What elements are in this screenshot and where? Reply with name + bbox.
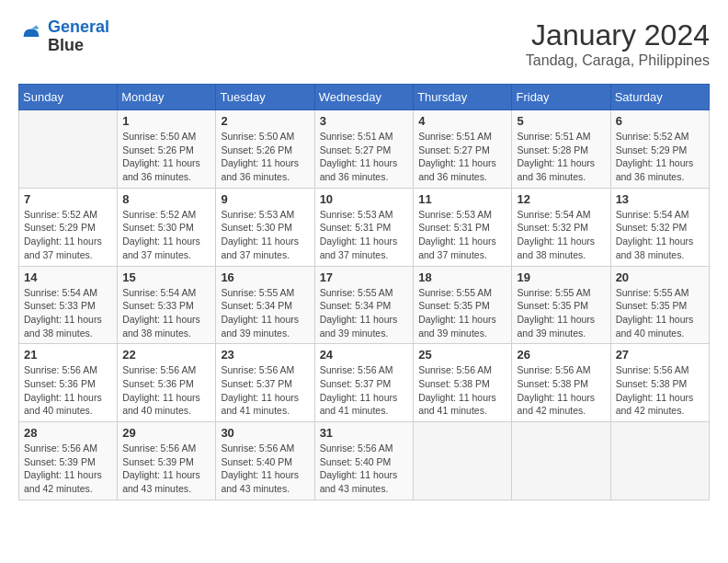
day-info: Sunrise: 5:52 AMSunset: 5:29 PMDaylight:…: [616, 130, 704, 184]
table-row: 5Sunrise: 5:51 AMSunset: 5:28 PMDaylight…: [512, 110, 610, 189]
day-info: Sunrise: 5:56 AMSunset: 5:36 PMDaylight:…: [24, 363, 112, 418]
day-info: Sunrise: 5:55 AMSunset: 5:35 PMDaylight:…: [517, 286, 605, 340]
day-info: Sunrise: 5:56 AMSunset: 5:37 PMDaylight:…: [221, 363, 309, 418]
day-info: Sunrise: 5:54 AMSunset: 5:33 PMDaylight:…: [24, 286, 112, 340]
title-block: January 2024 Tandag, Caraga, Philippines: [526, 18, 710, 69]
day-number: 12: [517, 192, 605, 206]
day-number: 16: [221, 270, 309, 284]
day-info: Sunrise: 5:55 AMSunset: 5:35 PMDaylight:…: [616, 286, 704, 340]
day-info: Sunrise: 5:56 AMSunset: 5:38 PMDaylight:…: [418, 363, 506, 418]
header-monday: Monday: [118, 85, 216, 110]
day-number: 2: [221, 114, 309, 128]
calendar-table: Sunday Monday Tuesday Wednesday Thursday…: [18, 84, 710, 500]
day-info: Sunrise: 5:53 AMSunset: 5:31 PMDaylight:…: [320, 208, 409, 262]
day-number: 14: [24, 270, 112, 284]
day-number: 21: [24, 348, 112, 362]
day-number: 25: [418, 348, 506, 362]
day-number: 26: [517, 348, 605, 362]
day-info: Sunrise: 5:51 AMSunset: 5:28 PMDaylight:…: [517, 130, 605, 184]
day-info: Sunrise: 5:50 AMSunset: 5:26 PMDaylight:…: [122, 130, 210, 184]
table-row: 4Sunrise: 5:51 AMSunset: 5:27 PMDaylight…: [414, 110, 512, 189]
table-row: 11Sunrise: 5:53 AMSunset: 5:31 PMDayligh…: [414, 188, 512, 266]
logo-icon: [18, 24, 44, 50]
day-number: 31: [320, 426, 409, 440]
table-row: 27Sunrise: 5:56 AMSunset: 5:38 PMDayligh…: [610, 344, 709, 422]
day-number: 8: [122, 192, 210, 206]
day-number: 1: [122, 114, 210, 128]
day-number: 15: [122, 270, 210, 284]
table-row: 6Sunrise: 5:52 AMSunset: 5:29 PMDaylight…: [610, 110, 709, 189]
logo-text: General Blue: [48, 18, 109, 55]
day-number: 28: [24, 426, 112, 440]
table-row: [19, 110, 118, 189]
day-number: 18: [418, 270, 506, 284]
day-number: 6: [616, 114, 704, 128]
day-number: 10: [320, 192, 409, 206]
calendar-week-row: 1Sunrise: 5:50 AMSunset: 5:26 PMDaylight…: [19, 110, 710, 189]
table-row: 12Sunrise: 5:54 AMSunset: 5:32 PMDayligh…: [512, 188, 610, 266]
table-row: [610, 422, 709, 500]
table-row: 25Sunrise: 5:56 AMSunset: 5:38 PMDayligh…: [414, 344, 512, 422]
table-row: 24Sunrise: 5:56 AMSunset: 5:37 PMDayligh…: [314, 344, 414, 422]
table-row: 28Sunrise: 5:56 AMSunset: 5:39 PMDayligh…: [19, 422, 118, 500]
day-number: 20: [616, 270, 704, 284]
day-number: 4: [418, 114, 506, 128]
day-info: Sunrise: 5:56 AMSunset: 5:36 PMDaylight:…: [122, 363, 210, 418]
calendar-title: January 2024: [526, 18, 710, 52]
calendar-week-row: 28Sunrise: 5:56 AMSunset: 5:39 PMDayligh…: [19, 422, 710, 500]
table-row: 31Sunrise: 5:56 AMSunset: 5:40 PMDayligh…: [314, 422, 414, 500]
day-info: Sunrise: 5:55 AMSunset: 5:35 PMDaylight:…: [418, 286, 506, 340]
table-row: 1Sunrise: 5:50 AMSunset: 5:26 PMDaylight…: [118, 110, 216, 189]
table-row: 21Sunrise: 5:56 AMSunset: 5:36 PMDayligh…: [19, 344, 118, 422]
day-number: 9: [221, 192, 309, 206]
day-number: 3: [320, 114, 409, 128]
calendar-week-row: 7Sunrise: 5:52 AMSunset: 5:29 PMDaylight…: [19, 188, 710, 266]
day-info: Sunrise: 5:56 AMSunset: 5:40 PMDaylight:…: [221, 442, 309, 496]
day-info: Sunrise: 5:54 AMSunset: 5:32 PMDaylight:…: [517, 208, 605, 262]
table-row: 9Sunrise: 5:53 AMSunset: 5:30 PMDaylight…: [216, 188, 314, 266]
table-row: 29Sunrise: 5:56 AMSunset: 5:39 PMDayligh…: [118, 422, 216, 500]
table-row: 8Sunrise: 5:52 AMSunset: 5:30 PMDaylight…: [118, 188, 216, 266]
day-number: 13: [616, 192, 704, 206]
logo: General Blue: [18, 18, 109, 55]
header-saturday: Saturday: [610, 85, 709, 110]
table-row: 7Sunrise: 5:52 AMSunset: 5:29 PMDaylight…: [19, 188, 118, 266]
day-number: 17: [320, 270, 409, 284]
header-sunday: Sunday: [19, 85, 118, 110]
table-row: 14Sunrise: 5:54 AMSunset: 5:33 PMDayligh…: [19, 266, 118, 344]
day-number: 5: [517, 114, 605, 128]
calendar-subtitle: Tandag, Caraga, Philippines: [526, 52, 710, 69]
day-number: 7: [24, 192, 112, 206]
header-tuesday: Tuesday: [216, 85, 314, 110]
day-info: Sunrise: 5:56 AMSunset: 5:38 PMDaylight:…: [616, 363, 704, 418]
table-row: 30Sunrise: 5:56 AMSunset: 5:40 PMDayligh…: [216, 422, 314, 500]
table-row: 15Sunrise: 5:54 AMSunset: 5:33 PMDayligh…: [118, 266, 216, 344]
day-number: 11: [418, 192, 506, 206]
table-row: 20Sunrise: 5:55 AMSunset: 5:35 PMDayligh…: [610, 266, 709, 344]
day-info: Sunrise: 5:51 AMSunset: 5:27 PMDaylight:…: [320, 130, 409, 184]
table-row: 22Sunrise: 5:56 AMSunset: 5:36 PMDayligh…: [118, 344, 216, 422]
day-info: Sunrise: 5:56 AMSunset: 5:37 PMDaylight:…: [320, 363, 409, 418]
day-number: 23: [221, 348, 309, 362]
day-info: Sunrise: 5:50 AMSunset: 5:26 PMDaylight:…: [221, 130, 309, 184]
table-row: 26Sunrise: 5:56 AMSunset: 5:38 PMDayligh…: [512, 344, 610, 422]
header-thursday: Thursday: [414, 85, 512, 110]
page-header: General Blue January 2024 Tandag, Caraga…: [18, 18, 710, 69]
header-friday: Friday: [512, 85, 610, 110]
day-info: Sunrise: 5:51 AMSunset: 5:27 PMDaylight:…: [418, 130, 506, 184]
day-info: Sunrise: 5:56 AMSunset: 5:39 PMDaylight:…: [24, 442, 112, 496]
day-number: 30: [221, 426, 309, 440]
day-number: 19: [517, 270, 605, 284]
table-row: [414, 422, 512, 500]
day-number: 24: [320, 348, 409, 362]
header-wednesday: Wednesday: [314, 85, 414, 110]
table-row: 17Sunrise: 5:55 AMSunset: 5:34 PMDayligh…: [314, 266, 414, 344]
table-row: 13Sunrise: 5:54 AMSunset: 5:32 PMDayligh…: [610, 188, 709, 266]
day-info: Sunrise: 5:52 AMSunset: 5:30 PMDaylight:…: [122, 208, 210, 262]
table-row: 19Sunrise: 5:55 AMSunset: 5:35 PMDayligh…: [512, 266, 610, 344]
calendar-week-row: 14Sunrise: 5:54 AMSunset: 5:33 PMDayligh…: [19, 266, 710, 344]
day-info: Sunrise: 5:52 AMSunset: 5:29 PMDaylight:…: [24, 208, 112, 262]
day-info: Sunrise: 5:53 AMSunset: 5:31 PMDaylight:…: [418, 208, 506, 262]
day-info: Sunrise: 5:54 AMSunset: 5:32 PMDaylight:…: [616, 208, 704, 262]
table-row: 10Sunrise: 5:53 AMSunset: 5:31 PMDayligh…: [314, 188, 414, 266]
